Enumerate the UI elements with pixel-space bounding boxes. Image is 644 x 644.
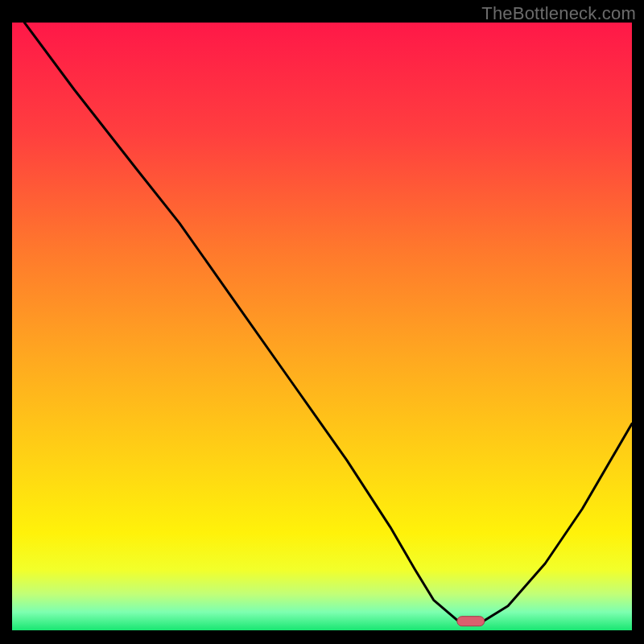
chart-frame: TheBottleneck.com (0, 0, 644, 644)
watermark-text: TheBottleneck.com (481, 3, 636, 24)
gradient-background (12, 23, 632, 630)
plot-area (12, 23, 632, 630)
optimal-marker (457, 617, 485, 626)
chart-svg (12, 23, 632, 630)
